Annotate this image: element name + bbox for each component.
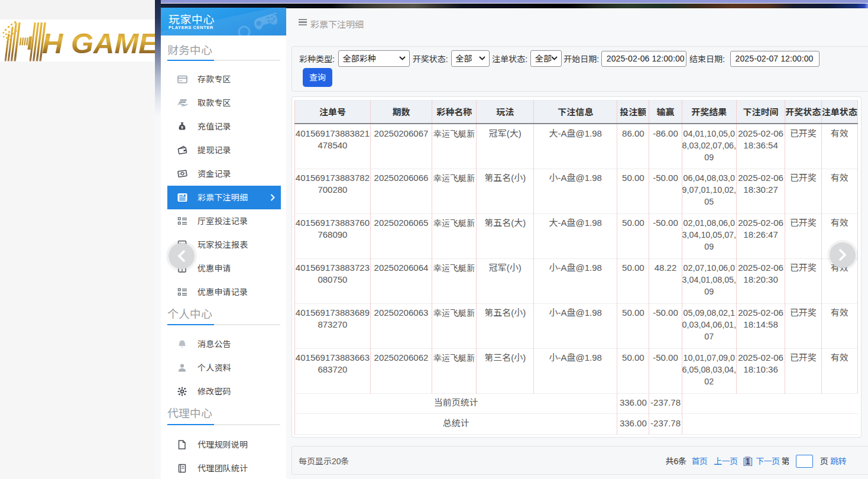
svg-text:H GAME: H GAME xyxy=(42,27,155,59)
svg-text:¥: ¥ xyxy=(181,125,183,129)
